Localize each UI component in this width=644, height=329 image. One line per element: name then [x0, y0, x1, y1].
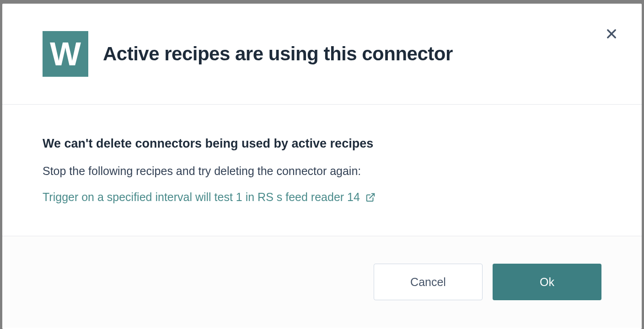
modal-body: We can't delete connectors being used by… [2, 105, 642, 236]
ok-button[interactable]: Ok [493, 264, 601, 300]
modal-dialog: W Active recipes are using this connecto… [2, 4, 642, 329]
modal-footer: Cancel Ok [2, 236, 642, 328]
close-button[interactable] [603, 26, 620, 42]
modal-header: W Active recipes are using this connecto… [2, 4, 642, 105]
body-heading: We can't delete connectors being used by… [43, 137, 601, 151]
recipe-link-text: Trigger on a specified interval will tes… [43, 191, 360, 204]
svg-line-2 [370, 193, 374, 198]
body-instruction: Stop the following recipes and try delet… [43, 164, 601, 178]
modal-title: Active recipes are using this connector [103, 43, 453, 65]
external-link-icon [365, 192, 376, 202]
close-icon [605, 27, 618, 40]
connector-icon: W [43, 31, 88, 77]
connector-icon-letter: W [50, 37, 81, 70]
cancel-button[interactable]: Cancel [374, 264, 483, 300]
recipe-link[interactable]: Trigger on a specified interval will tes… [43, 191, 376, 204]
